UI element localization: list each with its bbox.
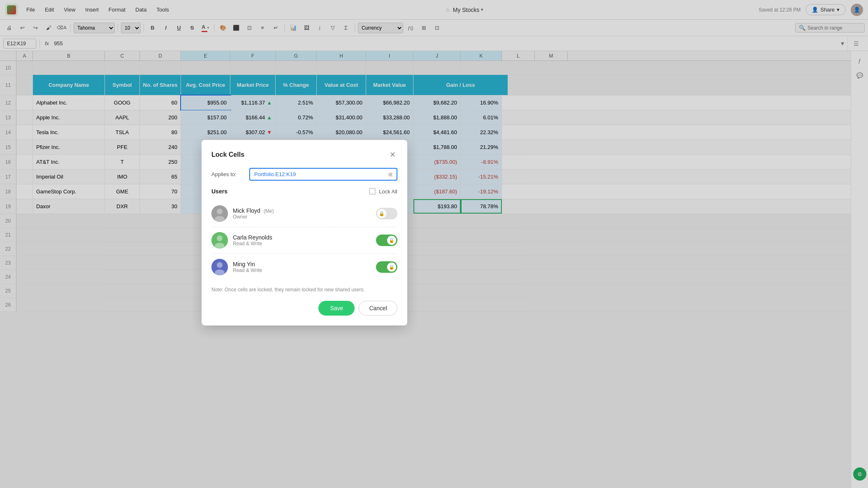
lock-toggle-mick[interactable]: 🔒 [376,208,397,219]
user-role-ming: Read & Write [233,267,371,273]
lock-icon-ming: 🔒 [389,265,395,270]
lock-toggle-carla[interactable]: 🔒 [376,235,397,246]
modal-footer: Save Cancel [211,301,397,316]
lock-all-checkbox[interactable] [369,188,376,195]
applies-to-row: Applies to: Portfolio.E12:K19 ⊞ [211,168,397,181]
modal-overlay: Lock Cells ✕ Applies to: Portfolio.E12:K… [0,0,868,488]
user-avatar-carla [211,232,228,249]
users-header: Users Lock All [211,188,397,195]
user-avatar-ming [211,259,228,275]
lock-toggle-ming[interactable]: 🔒 [376,261,397,273]
applies-to-label: Applies to: [211,171,244,177]
modal-header: Lock Cells ✕ [211,150,397,160]
lock-all-label: Lock All [379,188,397,195]
modal-close-button[interactable]: ✕ [388,150,397,160]
applies-to-value: Portfolio.E12:K19 [254,171,296,177]
range-selector-icon[interactable]: ⊞ [388,172,392,177]
modal-note: Note: Once cells are locked, they remain… [211,287,397,293]
save-button[interactable]: Save [318,301,355,316]
svg-point-1 [217,209,223,214]
users-label: Users [211,188,227,195]
modal-title: Lock Cells [211,151,244,158]
lock-cells-modal: Lock Cells ✕ Applies to: Portfolio.E12:K… [202,140,407,325]
user-role-mick: Owner [233,214,371,220]
user-name-carla: Carla Reynolds [233,234,371,241]
cancel-button[interactable]: Cancel [359,301,397,316]
toggle-knob-ming: 🔒 [387,263,396,272]
user-row-mick: Mick Floyd (Me) Owner 🔒 [211,200,397,227]
toggle-knob-mick: 🔒 [377,209,386,218]
user-info-mick: Mick Floyd (Me) Owner [233,207,371,220]
user-name-mick: Mick Floyd (Me) [233,207,371,214]
svg-point-4 [217,235,223,241]
user-tag-mick: (Me) [264,208,274,214]
user-info-ming: Ming Yin Read & Write [233,261,371,273]
user-row-carla: Carla Reynolds Read & Write 🔒 [211,227,397,254]
svg-point-7 [217,262,223,268]
lock-icon-mick: 🔒 [379,211,385,216]
applies-to-input[interactable]: Portfolio.E12:K19 ⊞ [249,168,397,181]
user-avatar-mick [211,205,228,222]
lock-all-area: Lock All [369,188,397,195]
lock-icon-carla: 🔒 [389,238,395,243]
toggle-knob-carla: 🔒 [387,236,396,245]
user-info-carla: Carla Reynolds Read & Write [233,234,371,246]
user-row-ming: Ming Yin Read & Write 🔒 [211,254,397,280]
user-role-carla: Read & Write [233,241,371,246]
user-name-ming: Ming Yin [233,261,371,267]
